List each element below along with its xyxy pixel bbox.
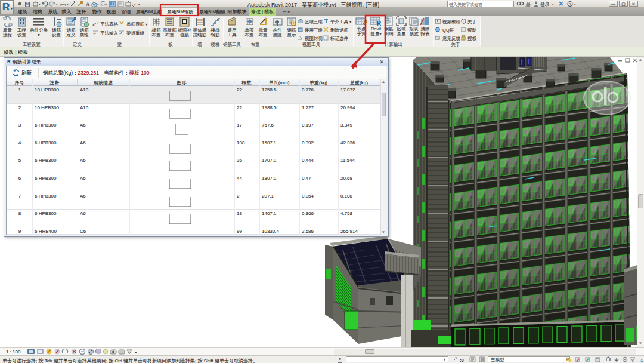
svg-text:▾: ▾	[56, 2, 58, 6]
svg-text:▾: ▾	[39, 2, 41, 6]
svg-text:?: ?	[569, 2, 571, 7]
svg-text:▾: ▾	[47, 2, 49, 6]
svg-text:R: R	[377, 20, 382, 26]
svg-text:▾: ▾	[138, 2, 140, 6]
svg-text:A: A	[86, 1, 90, 7]
svg-text:▾: ▾	[574, 2, 576, 6]
svg-text:▾: ▾	[134, 2, 136, 6]
svg-text:▾: ▾	[97, 2, 99, 6]
svg-text:i: i	[463, 20, 463, 23]
svg-text:▾: ▾	[67, 2, 69, 6]
svg-text:▾: ▾	[552, 2, 554, 6]
svg-text:登录: 登录	[540, 2, 550, 7]
